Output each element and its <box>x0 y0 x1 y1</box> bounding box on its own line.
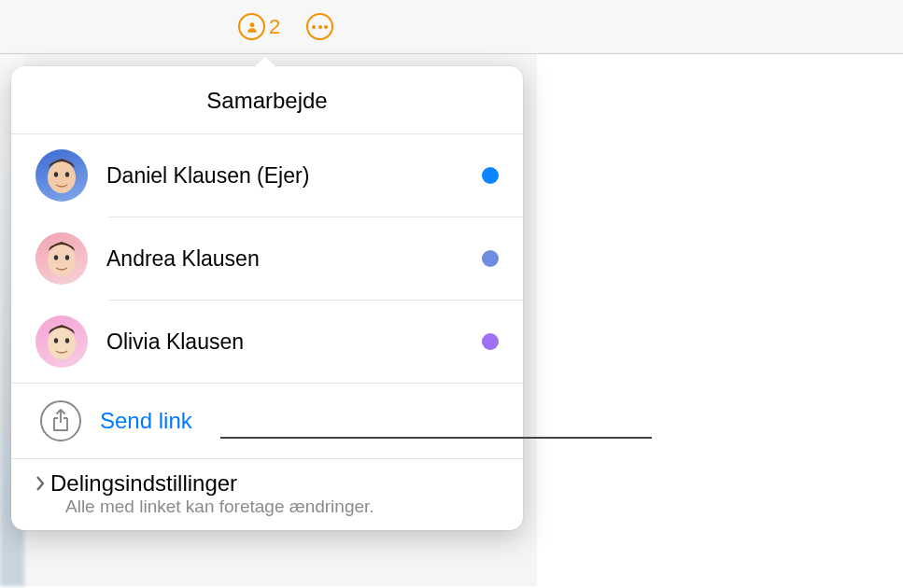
participant-name: Daniel Klausen (Ejer) <box>106 163 463 189</box>
svg-point-1 <box>48 161 76 193</box>
svg-point-3 <box>65 172 69 177</box>
status-dot <box>482 333 499 350</box>
popover-arrow <box>254 56 276 67</box>
svg-point-4 <box>48 245 76 276</box>
person-icon <box>238 13 265 40</box>
toolbar: 2 <box>0 0 903 54</box>
participant-name: Olivia Klausen <box>106 329 463 355</box>
participant-row[interactable]: Olivia Klausen <box>11 301 523 383</box>
svg-point-7 <box>48 328 76 359</box>
participant-name: Andrea Klausen <box>106 246 463 272</box>
chevron-right-icon <box>35 476 45 491</box>
settings-title: Delingsindstillinger <box>50 470 237 497</box>
share-icon <box>40 400 81 441</box>
more-button[interactable] <box>306 13 333 40</box>
status-dot <box>482 167 499 184</box>
collab-count: 2 <box>269 15 280 39</box>
svg-point-8 <box>54 338 58 343</box>
svg-point-9 <box>65 338 69 343</box>
popover-title: Samarbejde <box>11 66 523 134</box>
svg-point-5 <box>54 255 58 260</box>
ellipsis-icon <box>312 25 316 29</box>
status-dot <box>482 250 499 267</box>
participant-row[interactable]: Daniel Klausen (Ejer) <box>11 134 523 217</box>
collaborate-button[interactable]: 2 <box>238 13 280 40</box>
avatar <box>35 149 88 202</box>
avatar <box>35 232 88 285</box>
svg-point-0 <box>249 22 254 27</box>
participant-row[interactable]: Andrea Klausen <box>11 217 523 300</box>
callout-line <box>220 437 652 439</box>
settings-subtitle: Alle med linket kan foretage ændringer. <box>65 497 499 517</box>
svg-point-2 <box>54 172 58 177</box>
svg-point-6 <box>65 255 69 260</box>
send-link-button[interactable]: Send link <box>11 384 523 458</box>
send-link-label: Send link <box>100 408 192 434</box>
avatar <box>35 315 88 368</box>
sharing-settings-button[interactable]: Delingsindstillinger Alle med linket kan… <box>11 459 523 530</box>
collaborate-popover: Samarbejde Daniel Klausen (Ejer) Andrea … <box>11 66 523 530</box>
